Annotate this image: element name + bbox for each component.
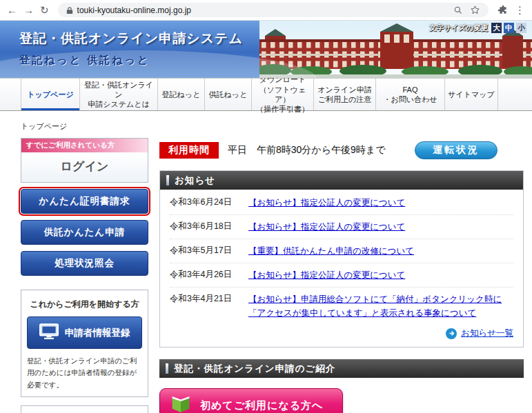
change-info-box: 申請者情報変更 ※ bbox=[21, 405, 148, 413]
news-date: 令和3年4月26日 bbox=[170, 268, 239, 281]
main-column: 利用時間 平日 午前8時30分から午後9時まで 運転状況 お知らせ 令和3年6月… bbox=[159, 138, 524, 413]
tab-online-caution[interactable]: オンライン申請 ご利用上の注意 bbox=[314, 79, 376, 110]
green-book-icon bbox=[170, 395, 191, 413]
register-note: 登記・供託オンライン申請のご利用のためには申請者情報の登録が必要です。 bbox=[27, 355, 142, 391]
news-date: 令和3年4月21日 bbox=[170, 292, 239, 305]
easy-certificate-request-button[interactable]: かんたん証明書請求 bbox=[21, 189, 148, 214]
bookmark-star-icon[interactable] bbox=[470, 5, 480, 15]
tab-sitemap[interactable]: サイトマップ bbox=[445, 79, 498, 110]
processing-status-button[interactable]: 処理状況照会 bbox=[21, 251, 148, 276]
first-time-users-button[interactable]: 初めてご利用になる方へ bbox=[159, 388, 343, 413]
page-content: すでにご利用されている方 ログイン かんたん証明書請求 供託かんたん申請 処理状… bbox=[0, 138, 532, 413]
news-row: 令和3年6月24日 【お知らせ】指定公証人の変更について bbox=[170, 191, 513, 215]
operation-status-button[interactable]: 運転状況 bbox=[415, 141, 497, 159]
deposit-easy-application-button[interactable]: 供託かんたん申請 bbox=[21, 220, 148, 245]
first-time-users-label: 初めてご利用になる方へ bbox=[200, 399, 323, 412]
breadcrumb: トップページ bbox=[21, 121, 532, 132]
news-link[interactable]: 【重要】供託かんたん申請の改修について bbox=[248, 244, 414, 258]
news-list: 令和3年6月24日 【お知らせ】指定公証人の変更について 令和3年6月18日 【… bbox=[160, 190, 523, 326]
font-size-medium-button[interactable]: 中 bbox=[504, 23, 514, 33]
zoom-icon[interactable] bbox=[453, 6, 463, 15]
browser-toolbar: ← → ↻ touki-kyoutaku-online.moj.go.jp ⋮ bbox=[0, 0, 532, 21]
url-text: touki-kyoutaku-online.moj.go.jp bbox=[77, 6, 449, 15]
tab-top-page[interactable]: トップページ bbox=[21, 79, 80, 110]
applicant-registration-label: 申請者情報登録 bbox=[65, 327, 130, 339]
news-link[interactable]: 【お知らせ】指定公証人の変更について bbox=[248, 268, 405, 282]
back-icon[interactable]: ← bbox=[7, 5, 17, 15]
forward-icon[interactable]: → bbox=[23, 5, 34, 15]
news-list-all-link[interactable]: お知らせ一覧 bbox=[160, 326, 523, 347]
address-bar[interactable]: touki-kyoutaku-online.moj.go.jp bbox=[58, 3, 489, 17]
news-row: 令和3年5月17日 【重要】供託かんたん申請の改修について bbox=[170, 239, 513, 263]
news-row: 令和3年6月18日 【お知らせ】指定公証人の変更について bbox=[170, 215, 513, 239]
extensions-puzzle-icon[interactable] bbox=[497, 5, 509, 16]
font-size-large-button[interactable]: 大 bbox=[491, 23, 502, 33]
login-band-label: すでにご利用されている方 bbox=[21, 139, 148, 152]
news-box: お知らせ 令和3年6月24日 【お知らせ】指定公証人の変更について 令和3年6月… bbox=[159, 170, 524, 347]
news-list-all-label: お知らせ一覧 bbox=[461, 328, 513, 339]
main-navigation: トップページ 登記・供託オンライン 申請システムとは 登記ねっと 供託ねっと ダ… bbox=[0, 78, 532, 111]
news-section-heading: お知らせ bbox=[160, 171, 523, 190]
site-subtitle: 登記ねっと 供託ねっと bbox=[19, 54, 243, 67]
arrow-right-icon bbox=[446, 328, 457, 339]
font-size-small-button[interactable]: 小 bbox=[516, 23, 526, 33]
sidebar: すでにご利用されている方 ログイン かんたん証明書請求 供託かんたん申請 処理状… bbox=[21, 138, 148, 413]
refresh-icon[interactable]: ↻ bbox=[40, 5, 49, 15]
tab-touki-net[interactable]: 登記ねっと bbox=[158, 79, 205, 110]
news-row: 令和3年4月26日 【お知らせ】指定公証人の変更について bbox=[170, 263, 513, 288]
applicant-registration-button[interactable]: 申請者情報登録 bbox=[27, 316, 142, 349]
login-title: ログイン bbox=[21, 152, 148, 182]
tab-kyoutaku-net[interactable]: 供託ねっと bbox=[205, 79, 252, 110]
login-box: すでにご利用されている方 ログイン bbox=[21, 138, 148, 183]
intro-section-heading: 登記・供託オンライン申請のご紹介 bbox=[159, 359, 524, 378]
site-header: 登記・供託オンライン申請システム 登記ねっと 供託ねっと 文字サイズの変更 大 … bbox=[0, 21, 532, 78]
computer-icon bbox=[39, 323, 59, 342]
font-size-label: 文字サイズの変更 bbox=[429, 23, 488, 33]
register-box: これからご利用を開始する方 申請者情報登録 登記・供託オンライン申請のご利用のた… bbox=[21, 290, 148, 397]
news-row: 令和3年4月21日 【お知らせ】申請用総合ソフトにて「納付」ボタンクリック時に「… bbox=[170, 288, 513, 325]
news-link[interactable]: 【お知らせ】指定公証人の変更について bbox=[248, 196, 405, 210]
tab-about-system[interactable]: 登記・供託オンライン 申請システムとは bbox=[80, 79, 158, 110]
register-heading: これからご利用を開始する方 bbox=[27, 299, 142, 310]
news-link[interactable]: 【お知らせ】指定公証人の変更について bbox=[248, 220, 405, 234]
tab-download[interactable]: ダウンロード （ソフトウェア） （操作手引書） bbox=[252, 79, 314, 110]
news-date: 令和3年5月17日 bbox=[170, 244, 239, 256]
service-hours-row: 利用時間 平日 午前8時30分から午後9時まで 運転状況 bbox=[159, 141, 524, 159]
site-title: 登記・供託オンライン申請システム bbox=[19, 30, 243, 48]
service-hours-text: 平日 午前8時30分から午後9時まで bbox=[228, 144, 385, 157]
news-link[interactable]: 【お知らせ】申請用総合ソフトにて「納付」ボタンクリック時に「アクセスが集中してい… bbox=[248, 292, 513, 320]
tab-faq-contact[interactable]: FAQ ・お問い合わせ bbox=[376, 79, 445, 110]
news-date: 令和3年6月24日 bbox=[170, 196, 239, 208]
service-hours-badge: 利用時間 bbox=[159, 142, 219, 159]
lock-icon bbox=[66, 6, 73, 14]
font-size-controls: 文字サイズの変更 大 中 小 bbox=[429, 23, 526, 33]
news-date: 令和3年6月18日 bbox=[170, 220, 239, 232]
browser-menu-icon[interactable]: ⋮ bbox=[515, 5, 525, 15]
